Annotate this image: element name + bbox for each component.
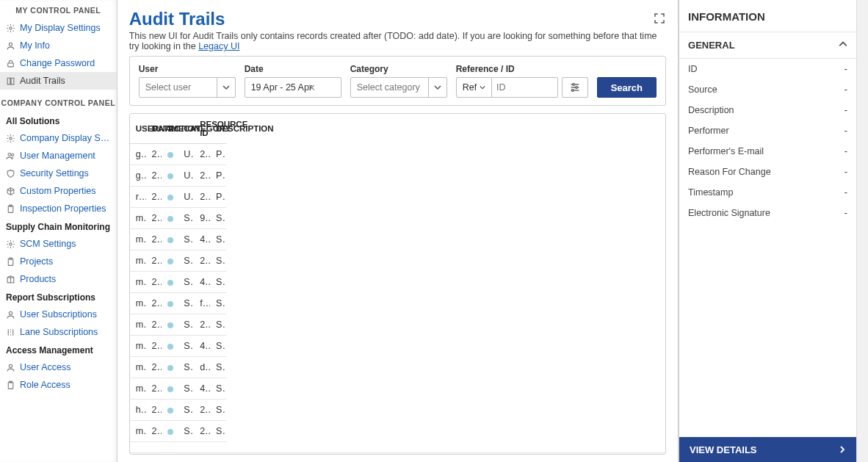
cell-username: michal@common-validates…	[130, 421, 146, 442]
table-row[interactable]: grzegorz@common2023-04-24, 07:39 AMUpdat…	[130, 165, 226, 187]
sidebar-item-label: My Info	[20, 40, 50, 51]
cell-resource-id: 4444	[194, 336, 210, 357]
sidebar-item-products[interactable]: Products	[0, 270, 117, 288]
ref-type-select[interactable]: Ref	[456, 77, 492, 98]
cell-action: Updated	[162, 400, 178, 421]
status-dot-icon	[167, 280, 173, 286]
info-value: -	[845, 64, 847, 74]
sidebar-item-label: Audit Trails	[20, 76, 65, 86]
search-button[interactable]: Search	[597, 77, 657, 98]
sidebar-item-inspection-properties[interactable]: Inspection Properties	[0, 200, 117, 217]
cube-icon	[6, 187, 15, 196]
sidebar-item-change-password[interactable]: Change Password	[0, 54, 117, 72]
table-row[interactable]: radek@common2023-04-24, 07:37 AMUpdatedU…	[130, 187, 226, 208]
info-value: -	[845, 105, 847, 115]
advanced-filters-button[interactable]	[562, 77, 588, 98]
info-row: Electronic Signature-	[679, 203, 856, 223]
chevron-down-icon[interactable]	[428, 77, 447, 98]
status-dot-icon	[167, 237, 173, 243]
info-key: Reason For Change	[688, 167, 771, 177]
chevron-up-icon	[839, 40, 847, 51]
cell-description: Password updated.	[210, 165, 226, 187]
table-row[interactable]: michal@common-validates…2023-04-21, 04:3…	[130, 314, 226, 336]
sidebar-item-audit-trails[interactable]: Audit Trails	[0, 72, 117, 90]
fullscreen-icon[interactable]	[653, 12, 666, 27]
sidebar-item-role-access[interactable]: Role Access	[0, 376, 117, 394]
sidebar-item-label: Projects	[20, 256, 53, 267]
cell-description: Shipment inspected.	[210, 272, 226, 293]
sidebar-item-user-access[interactable]: User Access	[0, 358, 117, 376]
table-row[interactable]: michal@common-validates…2023-04-21, 04:3…	[130, 229, 226, 250]
sidebar-group-supply-chain: Supply Chain Monitoring	[0, 217, 117, 235]
info-value: -	[845, 187, 847, 198]
cell-action: Updated	[162, 208, 178, 229]
info-row: Performer's E-mail-	[679, 141, 856, 162]
table-row[interactable]: michal@common-validates…2023-04-21, 04:3…	[130, 421, 226, 442]
table-row[interactable]: michal@common-validates…2023-04-21, 04:3…	[130, 272, 226, 293]
info-row: Source-	[679, 79, 856, 100]
general-accordion-header[interactable]: GENERAL	[679, 32, 856, 59]
cell-username: michal@common-validates…	[130, 357, 146, 378]
info-key: Timestamp	[688, 187, 733, 198]
table-row[interactable]: michal@common-validates…2023-04-21, 04:3…	[130, 378, 226, 400]
sidebar-item-projects[interactable]: Projects	[0, 253, 117, 270]
svg-point-20	[575, 87, 577, 89]
table-row[interactable]: michal@common-validates…2023-04-21, 04:3…	[130, 250, 226, 272]
sidebar-item-label: SCM Settings	[20, 239, 76, 249]
cell-category: User	[178, 187, 194, 208]
info-title: INFORMATION	[679, 0, 856, 32]
legacy-ui-link[interactable]: Legacy UI	[198, 41, 239, 51]
cell-category: Shipment	[178, 400, 194, 421]
table-row[interactable]: michal@common-validates…2023-04-21, 04:3…	[130, 357, 226, 378]
sidebar-item-security-settings[interactable]: Security Settings	[0, 165, 117, 182]
svg-point-1	[9, 43, 12, 46]
cell-date: 2023-04-21, 04:37 PM	[146, 357, 162, 378]
cell-date: 2023-04-21, 04:37 PM	[146, 421, 162, 442]
cell-date: 2023-04-21, 04:37 PM	[146, 208, 162, 229]
column-header[interactable]: USERNAME	[130, 114, 146, 144]
sidebar-item-label: Change Password	[20, 58, 95, 68]
content-column: Audit Trails This new UI for Audit Trail…	[117, 0, 679, 462]
sidebar-item-user-management[interactable]: User Management	[0, 147, 117, 165]
cell-description: Shipment inspected.	[210, 229, 226, 250]
table-row[interactable]: grzegorz@common2023-04-24, 07:51 AMUpdat…	[130, 144, 226, 165]
cell-description: Shipment inspected.	[210, 336, 226, 357]
sidebar-item-user-subscriptions[interactable]: User Subscriptions	[0, 306, 117, 323]
cell-username: radek@common	[130, 187, 146, 208]
filter-bar: User Select user Date 19 Apr - 25 Apr ✕ …	[129, 56, 666, 106]
cell-action: Updated	[162, 357, 178, 378]
table-row[interactable]: michal@common-validates…2023-04-21, 04:3…	[130, 208, 226, 229]
sidebar-item-my-display-settings[interactable]: My Display Settings	[0, 19, 117, 37]
info-key: Electronic Signature	[688, 208, 770, 218]
lock-icon	[6, 59, 15, 68]
sidebar-item-custom-properties[interactable]: Custom Properties	[0, 182, 117, 200]
table-footer: Showing 40 records | More records availa…	[130, 452, 665, 455]
date-range-input[interactable]: 19 Apr - 25 Apr	[245, 77, 341, 98]
status-dot-icon	[167, 429, 173, 435]
cell-description: Shipment inspected.	[210, 293, 226, 314]
page-scrollbar[interactable]	[856, 0, 868, 462]
clear-date-icon[interactable]: ✕	[305, 77, 319, 98]
info-value: -	[845, 167, 847, 177]
sidebar-item-label: Security Settings	[20, 168, 89, 178]
cell-description: Shipment inspected.	[210, 421, 226, 442]
table-row[interactable]: hafthor@common2023-04-21, 04:37 PMUpdate…	[130, 400, 226, 421]
info-key: ID	[688, 64, 698, 74]
sidebar-item-scm-settings[interactable]: SCM Settings	[0, 235, 117, 253]
category-filter-label: Category	[350, 64, 447, 74]
chevron-down-icon[interactable]	[217, 77, 236, 98]
table-row[interactable]: michal@common-validates…2023-04-21, 04:3…	[130, 293, 226, 314]
view-details-button[interactable]: VIEW DETAILS	[679, 437, 856, 462]
cell-category: Shipment	[178, 336, 194, 357]
cell-action: Updated	[162, 187, 178, 208]
gear-icon	[6, 239, 15, 249]
svg-point-19	[572, 84, 574, 86]
table-row[interactable]: michal@common-validates…2023-04-21, 04:3…	[130, 336, 226, 357]
cell-resource-id: d84d2c44-a39e-47e7-…	[194, 357, 210, 378]
status-dot-icon	[167, 322, 173, 328]
sidebar-item-my-info[interactable]: My Info	[0, 37, 117, 54]
sidebar-item-company-display-settings[interactable]: Company Display Settings	[0, 129, 117, 147]
chevron-right-icon	[839, 444, 846, 455]
sidebar-item-lane-subscriptions[interactable]: Lane Subscriptions	[0, 323, 117, 341]
ref-id-input[interactable]	[492, 77, 558, 98]
